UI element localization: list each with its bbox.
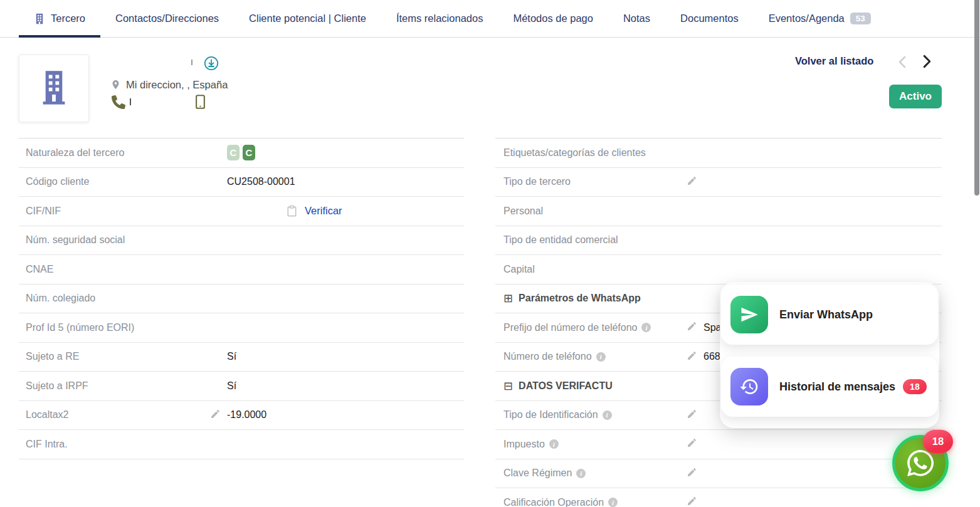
edit-pencil-icon[interactable] (687, 350, 697, 363)
row-label: CIF/NIF (26, 206, 61, 217)
send-whatsapp-button[interactable]: Enviar WhatsApp (721, 285, 938, 345)
info-icon[interactable]: i (641, 323, 651, 332)
row-label: Prefijo del número de teléfono (503, 322, 637, 333)
mobile-phone-icon[interactable] (195, 94, 206, 112)
message-history-button[interactable]: Historial de mensajes 18 (721, 357, 938, 417)
tab-label: Notas (623, 13, 650, 24)
vertical-scrollbar-thumb[interactable] (974, 0, 979, 196)
events-count-badge: 53 (850, 13, 871, 25)
row-label: Tipo de tercero (503, 176, 571, 187)
row-value: Sí (227, 380, 236, 392)
table-row-cnae: CNAE (19, 255, 464, 285)
info-icon[interactable]: i (576, 469, 586, 478)
tab-label: Cliente potencial | Cliente (249, 13, 366, 24)
edit-pencil-icon[interactable] (687, 175, 697, 189)
tab-notas[interactable]: Notas (608, 0, 665, 37)
tab-label: Contactos/Direcciones (115, 13, 219, 24)
status-badge: Activo (889, 85, 942, 108)
whatsapp-action-panel: Enviar WhatsApp Historial de mensajes 18 (720, 282, 939, 428)
table-row-calificacion-operacion: Calificación Operación i (495, 488, 942, 507)
truncated-name-artifact (191, 60, 192, 65)
row-value: -19.0000 (227, 409, 266, 421)
table-row-codigo-cliente: Código cliente CU2508-00001 (19, 168, 464, 197)
row-label: Sujeto a RE (26, 351, 79, 362)
table-row-naturaleza: Naturaleza del tercero C C (19, 139, 464, 168)
verify-vat-link[interactable]: Verificar (305, 205, 342, 217)
row-label: Núm. colegiado (26, 293, 95, 304)
row-label: Impuesto (503, 439, 545, 450)
table-row-etiquetas: Etiquetas/categorías de clientes (495, 139, 942, 168)
table-row-num-colegiado: Núm. colegiado (19, 285, 464, 314)
table-row-tipo-de-tercero: Tipo de tercero (495, 168, 942, 197)
tab-cliente-potencial[interactable]: Cliente potencial | Cliente (234, 0, 381, 37)
tab-documentos[interactable]: Documentos (665, 0, 754, 37)
info-icon[interactable]: i (608, 498, 618, 507)
company-logo-card (19, 55, 89, 122)
building-icon (34, 13, 45, 25)
tab-label: Ítems relacionados (396, 13, 483, 24)
row-label: Núm. seguridad social (26, 234, 125, 246)
clipboard-icon[interactable] (287, 205, 297, 217)
row-label: Prof Id 5 (número EORI) (26, 322, 134, 333)
edit-pencil-icon[interactable] (687, 437, 697, 451)
back-to-list-link[interactable]: Volver al listado (795, 55, 873, 67)
row-label: Capital (503, 264, 535, 275)
row-value: Spa (703, 322, 721, 333)
edit-pencil-icon[interactable] (687, 467, 697, 480)
row-value: 668 (703, 351, 720, 362)
edit-pencil-icon[interactable] (687, 321, 697, 334)
row-label: Código cliente (26, 176, 89, 187)
table-row-localtax2: Localtax2 -19.0000 (19, 401, 464, 431)
phone-icon[interactable] (112, 95, 125, 112)
row-label: Tipo de Identificación (503, 409, 598, 421)
edit-pencil-icon[interactable] (210, 409, 221, 422)
table-row-tipo-entidad-comercial: Tipo de entidad comercial (495, 226, 942, 256)
next-record-chevron-icon[interactable] (922, 55, 932, 71)
tab-eventos-agenda[interactable]: Eventos/Agenda 53 (754, 0, 886, 37)
tab-items-relacionados[interactable]: Ítems relacionados (381, 0, 498, 37)
table-row-personal: Personal (495, 197, 942, 226)
table-row-sujeto-a-re: Sujeto a RE Sí (19, 343, 464, 372)
tab-label: Eventos/Agenda (769, 13, 845, 24)
tab-label: Métodos de pago (513, 13, 593, 24)
table-row-cif-nif: CIF/NIF Verificar (19, 197, 464, 226)
table-row-cif-intra: CIF Intra. (19, 430, 464, 459)
map-pin-icon (110, 78, 121, 91)
address-text: Mi direccion, , España (126, 79, 228, 91)
row-label: Localtax2 (26, 409, 69, 421)
customer-code-value: CU2508-00001 (227, 176, 295, 187)
tab-tercero[interactable]: Tercero (19, 0, 100, 37)
tab-bar: Tercero Contactos/Direcciones Cliente po… (0, 0, 980, 38)
history-clock-icon (730, 368, 768, 405)
previous-record-chevron-icon[interactable] (898, 56, 907, 71)
tab-label: Tercero (51, 13, 85, 24)
message-history-count-badge: 18 (903, 379, 927, 395)
customer-nature-badge-prospect[interactable]: C (227, 145, 240, 160)
collapse-section-icon[interactable]: ⊟ (503, 380, 513, 392)
row-label: CIF Intra. (26, 439, 68, 450)
row-label: Etiquetas/categorías de clientes (503, 147, 646, 159)
tab-metodos-de-pago[interactable]: Métodos de pago (498, 0, 608, 37)
edit-pencil-icon[interactable] (687, 496, 697, 507)
info-icon[interactable]: i (549, 439, 559, 449)
edit-pencil-icon[interactable] (687, 409, 697, 422)
row-label: Clave Régimen (503, 468, 572, 479)
row-label: Personal (503, 206, 543, 217)
truncated-phone-artifact (130, 98, 131, 105)
info-icon[interactable]: i (596, 352, 606, 362)
download-vcard-icon[interactable] (204, 56, 219, 71)
expand-section-icon[interactable]: ⊞ (503, 293, 513, 304)
customer-nature-badge-customer[interactable]: C (243, 145, 255, 160)
row-label: Tipo de entidad comercial (503, 234, 618, 246)
row-label: Número de teléfono (503, 351, 592, 362)
send-whatsapp-label: Enviar WhatsApp (779, 308, 873, 321)
paper-plane-icon (730, 296, 768, 333)
info-icon[interactable]: i (603, 410, 612, 420)
table-row-prof-id5-eori: Prof Id 5 (número EORI) (19, 313, 464, 343)
section-title: Parámetros de WhatsApp (519, 293, 641, 304)
table-row-num-seguridad-social: Núm. seguridad social (19, 226, 464, 256)
row-value: Sí (227, 351, 236, 362)
third-party-details-table: Naturaleza del tercero C C Código client… (19, 138, 464, 459)
tab-contactos-direcciones[interactable]: Contactos/Direcciones (100, 0, 234, 37)
tab-label: Documentos (680, 13, 739, 24)
